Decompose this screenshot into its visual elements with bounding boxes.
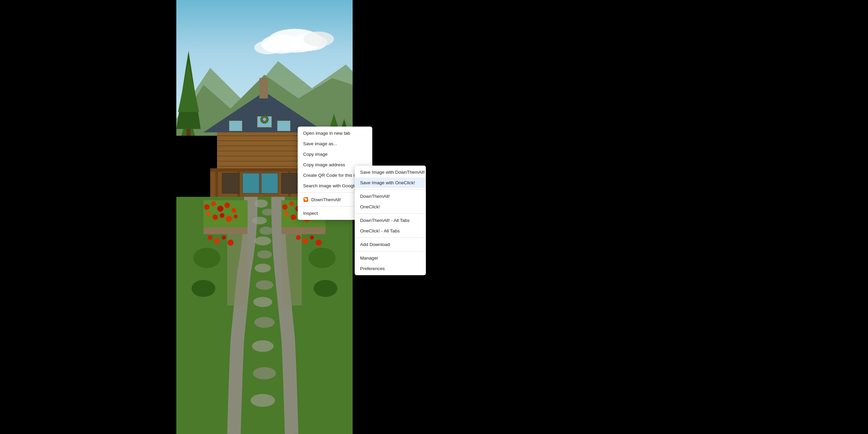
svg-point-78: [289, 201, 294, 206]
svg-point-59: [254, 317, 275, 328]
svg-rect-33: [259, 78, 268, 98]
page-wrapper: Open image in new tab Save image as... C…: [0, 0, 868, 434]
svg-point-51: [262, 209, 274, 215]
svg-point-52: [252, 217, 267, 224]
svg-point-54: [254, 237, 271, 245]
svg-point-92: [302, 238, 308, 244]
svg-rect-45: [222, 173, 239, 193]
svg-rect-95: [203, 227, 248, 234]
context-submenu-item-save-image-downthemall[interactable]: Save Image with DownThemAll!: [355, 167, 426, 177]
context-submenu-divider-3: [355, 238, 426, 238]
context-submenu-item-downthemall[interactable]: DownThemAll!: [355, 191, 426, 202]
svg-point-94: [316, 240, 322, 246]
svg-point-93: [310, 235, 314, 240]
svg-rect-41: [215, 168, 218, 197]
context-menu-item-open-image-new-tab[interactable]: Open image in new tab: [298, 128, 372, 138]
svg-point-57: [256, 280, 273, 290]
svg-rect-103: [304, 198, 305, 199]
svg-rect-48: [281, 173, 298, 193]
context-submenu-divider-1: [355, 189, 426, 190]
svg-point-53: [259, 227, 273, 235]
svg-point-89: [222, 235, 226, 240]
svg-point-72: [213, 214, 218, 220]
svg-point-88: [214, 238, 220, 244]
svg-point-74: [226, 216, 232, 222]
svg-point-50: [254, 200, 268, 208]
context-submenu-divider-2: [355, 213, 426, 214]
svg-point-62: [251, 394, 275, 407]
svg-point-68: [217, 206, 223, 212]
svg-point-77: [282, 204, 288, 210]
svg-point-56: [255, 264, 271, 272]
context-submenu-item-manager[interactable]: Manager: [355, 253, 426, 263]
svg-point-61: [253, 367, 276, 379]
svg-rect-46: [242, 173, 259, 193]
svg-point-60: [252, 340, 274, 352]
svg-point-6: [254, 41, 281, 54]
svg-point-70: [232, 208, 236, 213]
svg-point-100: [314, 280, 337, 297]
svg-point-5: [303, 32, 334, 46]
svg-point-73: [220, 213, 224, 218]
context-submenu-item-save-image-oneclick[interactable]: Save Image with OneClick!: [355, 177, 426, 188]
downthemall-icon: [303, 197, 309, 202]
context-submenu-divider-4: [355, 251, 426, 251]
svg-point-66: [204, 204, 210, 210]
svg-point-87: [208, 235, 213, 240]
svg-point-69: [224, 203, 230, 208]
svg-point-91: [296, 235, 301, 240]
context-submenu-item-downthemall-all-tabs[interactable]: DownThemAll! - All Tabs: [355, 215, 426, 226]
svg-point-98: [309, 248, 336, 268]
svg-point-99: [192, 280, 215, 297]
svg-point-97: [193, 248, 220, 268]
context-submenu-item-preferences[interactable]: Preferences: [355, 263, 426, 274]
svg-point-55: [257, 250, 272, 259]
left-panel: [0, 0, 176, 434]
svg-rect-104: [306, 198, 308, 199]
svg-rect-47: [261, 173, 278, 193]
svg-point-71: [206, 212, 211, 216]
svg-rect-96: [281, 227, 326, 234]
svg-rect-36: [277, 120, 291, 131]
context-submenu-item-add-download[interactable]: Add Download: [355, 239, 426, 250]
right-panel: [353, 0, 868, 434]
svg-point-67: [211, 201, 216, 206]
context-menu-item-save-image-as[interactable]: Save image as...: [298, 138, 372, 149]
context-menu-sub: Save Image with DownThemAll! Save Image …: [355, 166, 426, 275]
svg-point-58: [253, 297, 272, 307]
svg-point-83: [291, 214, 296, 220]
context-submenu-item-oneclick[interactable]: OneClick!: [355, 202, 426, 212]
svg-point-82: [284, 212, 289, 216]
context-submenu-item-oneclick-all-tabs[interactable]: OneClick! - All Tabs: [355, 226, 426, 236]
svg-point-90: [228, 240, 234, 246]
svg-point-75: [234, 214, 238, 219]
context-menu-item-copy-image[interactable]: Copy image: [298, 149, 372, 159]
svg-rect-34: [229, 120, 242, 131]
